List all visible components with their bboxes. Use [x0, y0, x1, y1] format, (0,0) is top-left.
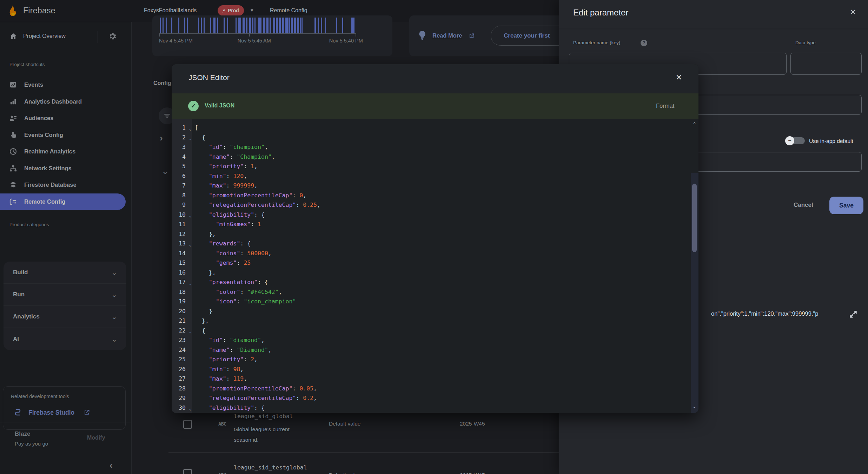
- code-text: "max": 119,: [195, 375, 247, 382]
- line-number: 4: [172, 153, 186, 160]
- code-line-7: 7"max": 999999,: [172, 181, 684, 191]
- line-number: 3: [172, 144, 186, 150]
- code-line-18: 18"color": "#F4C542",: [172, 287, 684, 297]
- fold-chevron-icon[interactable]: ⌄: [186, 240, 195, 247]
- fold-spacer: [186, 378, 195, 380]
- line-number: 9: [172, 202, 186, 208]
- fold-spacer: [186, 339, 195, 341]
- expand-icon[interactable]: [849, 310, 858, 319]
- code-line-13: 13⌄"rewards": {: [172, 239, 684, 249]
- code-text: "color": "#F4C542",: [195, 289, 282, 295]
- fold-spacer: [186, 185, 195, 187]
- close-icon[interactable]: ✕: [850, 8, 856, 17]
- code-line-25: 25"priority": 2,: [172, 355, 684, 364]
- validation-status-bar: ✓ Valid JSON Format: [172, 93, 698, 119]
- code-line-30: 30⌄"eligibility": {: [172, 403, 684, 413]
- line-number: 14: [172, 250, 186, 257]
- firebase-console: Firebase FoxysFootballIslands Prod ▾ Rem…: [0, 0, 868, 474]
- code-line-2: 2⌄{: [172, 133, 684, 143]
- code-text: "priority": 2,: [195, 356, 258, 363]
- code-text: },: [195, 231, 216, 237]
- code-text: "coins": 500000,: [195, 250, 272, 257]
- line-number: 18: [172, 289, 186, 295]
- code-text: "rewards": {: [195, 240, 251, 247]
- fold-chevron-icon[interactable]: ⌄: [186, 134, 195, 141]
- fold-spacer: [186, 271, 195, 274]
- line-number: 28: [172, 385, 186, 392]
- data-type-label: Data type: [795, 40, 816, 45]
- toggle-label: Use in-app default: [809, 138, 853, 144]
- cancel-button[interactable]: Cancel: [794, 202, 813, 209]
- line-number: 8: [172, 192, 186, 199]
- fold-chevron-icon[interactable]: ⌄: [186, 279, 195, 286]
- fold-spacer: [186, 358, 195, 361]
- fold-spacer: [186, 368, 195, 370]
- code-line-3: 3"id": "champion",: [172, 142, 684, 152]
- data-type-select[interactable]: {} JSON ▾: [790, 53, 862, 75]
- code-text: "icon": "icon_champion": [195, 298, 296, 305]
- code-text: "max": 999999,: [195, 182, 258, 189]
- code-line-27: 27"max": 119,: [172, 374, 684, 384]
- fold-chevron-icon[interactable]: ⌄: [186, 327, 195, 334]
- line-number: 26: [172, 366, 186, 373]
- scroll-down-icon[interactable]: ⌄: [693, 404, 696, 409]
- code-text: },: [195, 317, 209, 324]
- close-icon[interactable]: ✕: [676, 73, 682, 82]
- code-line-1: 1⌄[: [172, 123, 684, 133]
- drawer-title: Edit parameter: [573, 8, 628, 18]
- line-number: 23: [172, 337, 186, 343]
- line-number: 17: [172, 279, 186, 285]
- fold-spacer: [186, 233, 195, 235]
- code-text: "presentation": {: [195, 279, 268, 285]
- scrollbar[interactable]: [691, 173, 698, 413]
- fold-chevron-icon[interactable]: ⌄: [186, 404, 195, 411]
- code-editor[interactable]: 1⌄[2⌄{3"id": "champion",4"name": "Champi…: [172, 119, 698, 413]
- default-value-text: on","priority":1,"min":120,"max":999999,…: [711, 310, 819, 317]
- fold-spacer: [186, 310, 195, 312]
- line-number: 5: [172, 163, 186, 170]
- format-button[interactable]: Format: [656, 103, 674, 109]
- line-number: 29: [172, 395, 186, 401]
- fold-spacer: [186, 156, 195, 158]
- line-number: 16: [172, 269, 186, 276]
- scroll-up-icon[interactable]: ⌃: [693, 121, 696, 127]
- fold-chevron-icon[interactable]: ⌄: [186, 211, 195, 218]
- code-text: "minGames": 1: [195, 221, 261, 228]
- help-icon[interactable]: ?: [641, 40, 647, 46]
- code-text: "relegationPercentileCap": 0.25,: [195, 202, 320, 208]
- code-line-23: 23"id": "diamond",: [172, 335, 684, 345]
- code-line-21: 21},: [172, 316, 684, 326]
- modal-header: JSON Editor ✕: [172, 64, 698, 93]
- fold-spacer: [186, 223, 195, 225]
- line-number: 15: [172, 259, 186, 266]
- code-line-6: 6"min": 120,: [172, 171, 684, 181]
- line-number: 13: [172, 240, 186, 247]
- fold-spacer: [186, 194, 195, 196]
- code-text: },: [195, 269, 216, 276]
- code-text: [: [195, 124, 198, 131]
- param-name-label: Parameter name (key): [573, 40, 620, 45]
- code-text: "eligibility": {: [195, 211, 265, 218]
- fold-spacer: [186, 387, 195, 389]
- use-in-app-default-toggle[interactable]: −: [785, 136, 805, 145]
- code-line-11: 11"minGames": 1: [172, 219, 684, 229]
- code-text: "eligibility": {: [195, 404, 265, 411]
- json-editor-modal: JSON Editor ✕ ✓ Valid JSON Format 1⌄[2⌄{…: [172, 64, 698, 413]
- code-line-15: 15"gems": 25: [172, 258, 684, 268]
- code-line-24: 24"name": "Diamond",: [172, 345, 684, 355]
- fold-spacer: [186, 262, 195, 264]
- code-text: "gems": 25: [195, 259, 251, 266]
- code-text: }: [195, 308, 212, 315]
- code-text: "promotionPercentileCap": 0,: [195, 192, 306, 199]
- scrollbar-thumb[interactable]: [692, 184, 697, 252]
- line-number: 27: [172, 375, 186, 382]
- line-number: 30: [172, 404, 186, 411]
- divider: [559, 29, 868, 29]
- line-number: 6: [172, 173, 186, 179]
- line-number: 10: [172, 211, 186, 218]
- fold-chevron-icon[interactable]: ⌄: [186, 124, 195, 131]
- code-line-5: 5"priority": 1,: [172, 162, 684, 171]
- save-button[interactable]: Save: [829, 197, 863, 214]
- code-line-4: 4"name": "Champion",: [172, 152, 684, 162]
- fold-spacer: [186, 301, 195, 303]
